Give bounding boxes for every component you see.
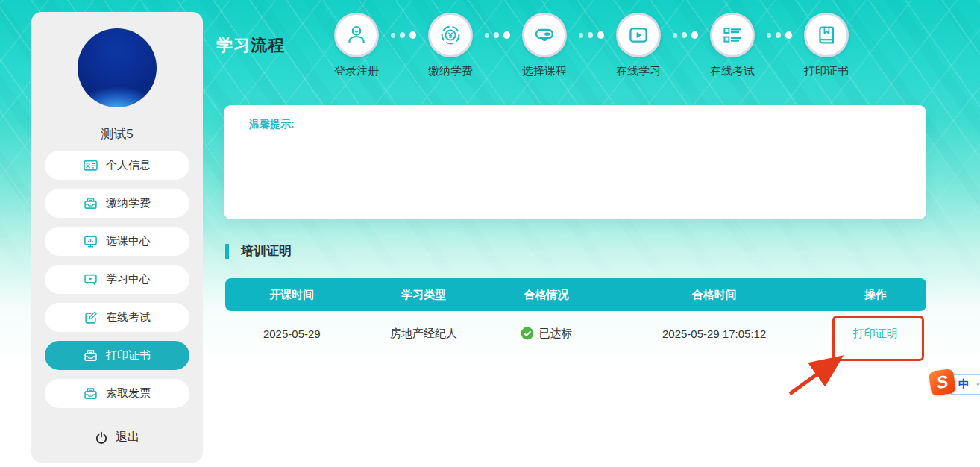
pass-status-label: 已达标: [539, 327, 573, 341]
cell-pass-status: 已达标: [489, 327, 603, 341]
step-online-study: 在线学习: [604, 13, 673, 78]
sidebar-item-label: 缴纳学费: [106, 196, 151, 210]
step-connector-dots: [767, 13, 792, 57]
username: 测试5: [31, 125, 203, 142]
step-login-register: 登录注册: [322, 13, 391, 78]
section-title: 培训证明: [241, 242, 292, 260]
check-circle-icon: [521, 327, 534, 340]
logout-button[interactable]: 退出: [31, 430, 203, 445]
user-icon: [345, 24, 368, 46]
video-play-icon: [627, 24, 650, 46]
tips-card: 温馨提示:: [224, 105, 926, 219]
page-title-highlight: 学习: [216, 36, 251, 54]
sidebar-item-label: 打印证书: [106, 348, 151, 363]
sidebar-item-label: 选课中心: [106, 234, 151, 248]
presentation-icon: [84, 272, 98, 286]
certificate-section-header: 培训证明: [225, 242, 292, 260]
step-label: 打印证书: [804, 64, 849, 78]
coin-yuan-icon: [439, 24, 462, 46]
sidebar-item-study-center[interactable]: 学习中心: [45, 265, 189, 294]
step-label: 选择课程: [522, 64, 567, 78]
avatar: [78, 28, 157, 107]
page-title: 学习流程: [216, 34, 285, 57]
learning-process-steps: 登录注册 缴纳学费 选择课程 在线学习 在线考试 打印证书: [322, 13, 861, 78]
step-connector-dots: [673, 13, 698, 57]
input-method-widget: S 中 ◔: [930, 370, 980, 395]
step-connector-dots: [391, 13, 416, 57]
sidebar-item-label: 索取发票: [106, 386, 151, 401]
step-circle: [428, 13, 473, 57]
book-icon: [815, 24, 838, 46]
checklist-icon: [721, 24, 744, 46]
sidebar-item-request-invoice[interactable]: 索取发票: [45, 379, 189, 408]
select-course-icon: [533, 24, 556, 46]
step-select-course: 选择课程: [510, 13, 579, 78]
step-connector-dots: [579, 13, 604, 57]
table-header-row: 开课时间 学习类型 合格情况 合格时间 操作: [225, 278, 926, 311]
invoice-tray-icon: [84, 386, 98, 401]
id-card-icon: [84, 158, 98, 172]
sidebar-item-course-center[interactable]: 选课中心: [45, 227, 189, 256]
sidebar-item-online-exam[interactable]: 在线考试: [45, 303, 189, 332]
pay-tray-icon: [84, 196, 98, 210]
cell-pass-time: 2025-05-29 17:05:12: [604, 327, 825, 340]
ime-lang-indicator: 中: [958, 377, 970, 392]
cell-action: 打印证明: [825, 327, 926, 341]
step-circle: [522, 13, 567, 57]
sidebar-menu: 个人信息 缴纳学费 选课中心 学习中心 在线考试 打印证书 索取发票: [45, 151, 189, 417]
edit-pen-icon: [84, 310, 98, 325]
section-accent-bar: [225, 244, 229, 259]
sidebar-item-label: 学习中心: [106, 272, 151, 286]
column-header-study-type: 学习类型: [359, 288, 489, 302]
step-circle: [804, 13, 849, 57]
column-header-pass-time: 合格时间: [604, 288, 825, 302]
cell-start-date: 2025-05-29: [225, 327, 359, 340]
step-circle: [616, 13, 661, 57]
monitor-icon: [84, 234, 98, 248]
table-row: 2025-05-29 房地产经纪人 已达标 2025-05-29 17:05:1…: [225, 311, 926, 356]
page-title-rest: 流程: [251, 36, 285, 54]
sidebar-item-label: 在线考试: [106, 310, 151, 325]
step-print-certificate: 打印证书: [792, 13, 861, 78]
logout-label: 退出: [116, 430, 139, 445]
step-pay-tuition: 缴纳学费: [416, 13, 485, 78]
step-online-exam: 在线考试: [698, 13, 767, 78]
step-label: 缴纳学费: [428, 64, 473, 78]
step-connector-dots: [485, 13, 510, 57]
print-certificate-link[interactable]: 打印证明: [853, 327, 898, 339]
sogou-logo-icon[interactable]: S: [929, 369, 956, 396]
tips-title: 温馨提示:: [224, 105, 926, 131]
ime-language-bar[interactable]: 中 ◔: [951, 374, 980, 395]
step-label: 在线考试: [710, 64, 755, 78]
sidebar-item-pay-tuition[interactable]: 缴纳学费: [45, 189, 189, 218]
sidebar-item-label: 个人信息: [106, 158, 151, 172]
step-circle: [334, 13, 379, 57]
step-label: 登录注册: [334, 64, 379, 78]
ime-partial-icon: ◔: [974, 379, 980, 390]
step-circle: [710, 13, 755, 57]
step-label: 在线学习: [616, 64, 661, 78]
column-header-start-date: 开课时间: [225, 288, 359, 302]
sidebar-item-print-certificate[interactable]: 打印证书: [45, 341, 189, 370]
column-header-action: 操作: [825, 288, 926, 302]
cell-study-type: 房地产经纪人: [359, 327, 489, 341]
print-tray-icon: [84, 348, 98, 363]
certificate-table: 开课时间 学习类型 合格情况 合格时间 操作 2025-05-29 房地产经纪人…: [225, 278, 926, 356]
sidebar-item-personal-info[interactable]: 个人信息: [45, 151, 189, 180]
sidebar: 测试5 个人信息 缴纳学费 选课中心 学习中心 在线考试 打印证书 索取发票: [31, 12, 203, 463]
power-icon: [95, 431, 108, 445]
column-header-pass-status: 合格情况: [489, 288, 603, 302]
